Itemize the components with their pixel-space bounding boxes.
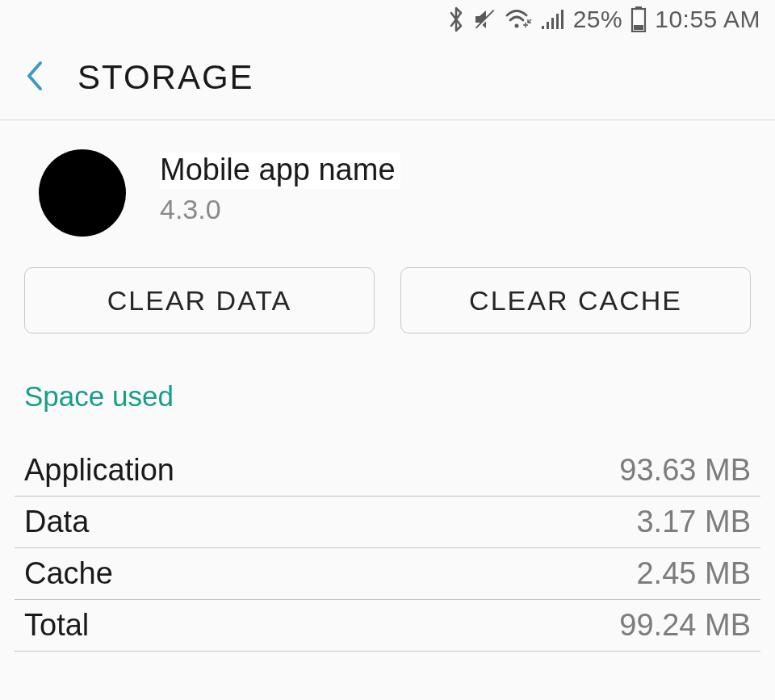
app-icon [39,149,126,237]
clear-data-button[interactable]: CLEAR DATA [24,267,375,333]
space-label: Total [24,608,89,643]
space-label: Data [24,505,89,539]
app-info: Mobile app name 4.3.0 [0,120,775,253]
space-label: Application [24,453,174,488]
svg-rect-5 [551,18,554,29]
space-used-list: Application 93.63 MB Data 3.17 MB Cache … [0,427,775,652]
svg-point-2 [514,24,518,28]
mute-icon [473,7,497,31]
svg-rect-7 [561,10,563,29]
space-value: 93.63 MB [619,453,751,488]
signal-icon [541,8,565,31]
button-row: CLEAR DATA CLEAR CACHE [0,253,775,358]
space-label: Cache [24,556,113,591]
svg-rect-10 [634,25,643,30]
space-value: 2.45 MB [636,556,751,591]
battery-icon [630,6,647,32]
bluetooth-icon [447,6,465,32]
space-row-application: Application 93.63 MB [15,445,760,497]
svg-rect-4 [547,22,549,29]
page-title: STORAGE [78,58,254,97]
space-value: 3.17 MB [636,505,751,539]
battery-percent: 25% [573,6,623,33]
header: STORAGE [0,39,775,120]
space-value: 99.24 MB [619,608,751,643]
back-icon[interactable] [24,60,45,95]
space-row-cache: Cache 2.45 MB [15,548,760,600]
status-bar: 25% 10:55 AM [0,0,775,39]
svg-rect-6 [556,14,559,29]
wifi-icon [505,8,533,31]
app-name: Mobile app name [160,153,400,189]
space-row-data: Data 3.17 MB [15,497,760,548]
section-title-space-used: Space used [0,358,775,427]
app-text-block: Mobile app name 4.3.0 [160,149,400,225]
clear-cache-button[interactable]: CLEAR CACHE [400,267,751,333]
app-version: 4.3.0 [160,194,400,225]
space-row-total: Total 99.24 MB [15,600,760,652]
svg-rect-3 [542,26,544,29]
clock-time: 10:55 AM [655,6,760,33]
